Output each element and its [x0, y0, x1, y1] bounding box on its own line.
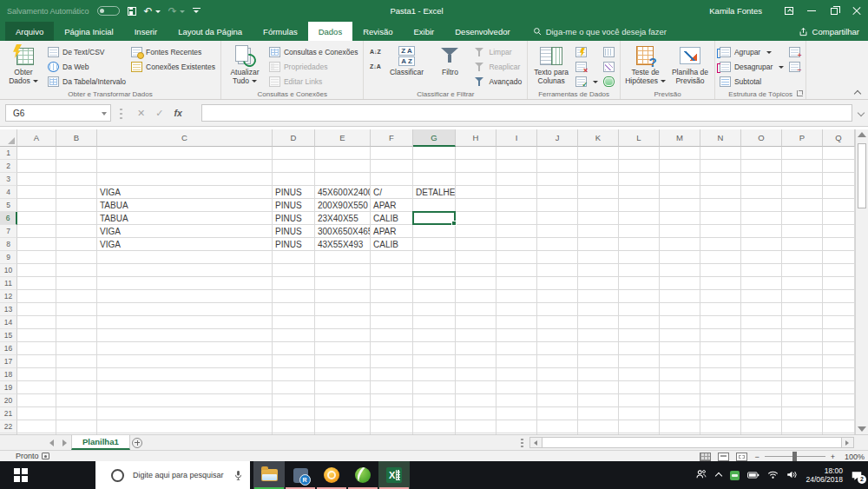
- cell-h13[interactable]: [456, 303, 496, 316]
- normal-view-button[interactable]: [700, 453, 711, 461]
- ribbon-button-obter-dados[interactable]: ObterDados: [4, 43, 43, 85]
- ribbon-button-avancado[interactable]: Avançado: [474, 75, 522, 88]
- cell-a14[interactable]: [17, 316, 56, 329]
- cell-b20[interactable]: [56, 394, 97, 407]
- cell-a21[interactable]: [17, 407, 56, 420]
- cell-q11[interactable]: [823, 277, 855, 290]
- cell-h7[interactable]: [456, 225, 496, 238]
- cell-i6[interactable]: [496, 212, 537, 225]
- ribbon-button-hide-detail[interactable]: [789, 60, 800, 73]
- cell-m4[interactable]: [660, 186, 700, 199]
- cell-l8[interactable]: [619, 238, 660, 251]
- redo-button[interactable]: ↷: [168, 6, 185, 17]
- taskbar-search[interactable]: Digite aqui para pesquisar: [95, 461, 250, 489]
- vertical-scrollbar[interactable]: [855, 129, 868, 434]
- cell-c3[interactable]: [97, 173, 273, 186]
- vertical-scroll-thumb[interactable]: [858, 143, 866, 208]
- scroll-down-icon[interactable]: [858, 426, 866, 432]
- wifi-icon[interactable]: [767, 467, 779, 483]
- cell-h12[interactable]: [456, 290, 496, 303]
- cell-e21[interactable]: [315, 407, 371, 420]
- cell-p17[interactable]: [782, 355, 823, 368]
- cell-j9[interactable]: [537, 251, 578, 264]
- zoom-slider-thumb[interactable]: [792, 452, 797, 461]
- cell-c12[interactable]: [97, 290, 273, 303]
- cell-b4[interactable]: [56, 186, 97, 199]
- cell-c22[interactable]: [97, 420, 273, 433]
- cell-d18[interactable]: [273, 368, 315, 381]
- cancel-button[interactable]: ✕: [137, 108, 145, 119]
- cell-e6[interactable]: 23X40X55: [315, 212, 371, 225]
- cell-k8[interactable]: [578, 238, 619, 251]
- formula-input[interactable]: [201, 104, 852, 122]
- row-header-2[interactable]: 2: [0, 160, 17, 173]
- cell-h16[interactable]: [456, 342, 496, 355]
- ribbon-button-relationships[interactable]: [603, 60, 615, 73]
- cell-j14[interactable]: [537, 316, 578, 329]
- cell-f6[interactable]: CALIB: [371, 212, 413, 225]
- cell-l19[interactable]: [619, 381, 660, 394]
- column-header-e[interactable]: E: [315, 129, 371, 147]
- cell-h1[interactable]: [456, 147, 496, 160]
- cell-p18[interactable]: [782, 368, 823, 381]
- cell-e13[interactable]: [315, 303, 371, 316]
- taskbar-clock[interactable]: 18:00 24/06/2018: [806, 466, 843, 484]
- cell-j15[interactable]: [537, 329, 578, 342]
- cell-q7[interactable]: [823, 225, 855, 238]
- cell-m20[interactable]: [660, 394, 700, 407]
- cell-g14[interactable]: [413, 316, 456, 329]
- cell-c13[interactable]: [97, 303, 273, 316]
- cell-k10[interactable]: [578, 264, 619, 277]
- restore-button[interactable]: [823, 0, 845, 22]
- row-header-16[interactable]: 16: [0, 342, 17, 355]
- cell-f10[interactable]: [371, 264, 413, 277]
- ribbon-button-atualizar-tudo[interactable]: AtualizarTudo: [226, 43, 264, 85]
- cell-q8[interactable]: [823, 238, 855, 251]
- cell-l1[interactable]: [619, 147, 660, 160]
- cell-n9[interactable]: [700, 251, 741, 264]
- cell-o20[interactable]: [741, 394, 782, 407]
- cell-c17[interactable]: [97, 355, 273, 368]
- cell-a11[interactable]: [17, 277, 56, 290]
- cell-f2[interactable]: [371, 160, 413, 173]
- cell-n7[interactable]: [700, 225, 741, 238]
- ribbon-display-options-button[interactable]: [778, 0, 800, 22]
- cell-h8[interactable]: [456, 238, 496, 251]
- cell-b16[interactable]: [56, 342, 97, 355]
- cell-f5[interactable]: APAR: [371, 199, 413, 212]
- cell-d20[interactable]: [273, 394, 315, 407]
- cell-g9[interactable]: [413, 251, 456, 264]
- cell-f21[interactable]: [371, 407, 413, 420]
- ribbon-button-classificar[interactable]: Classificar: [387, 43, 425, 76]
- column-header-p[interactable]: P: [782, 129, 823, 147]
- cell-g12[interactable]: [413, 290, 456, 303]
- name-box[interactable]: G6: [5, 104, 111, 122]
- cell-b8[interactable]: [56, 238, 97, 251]
- cell-c2[interactable]: [97, 160, 273, 173]
- previous-sheet-icon[interactable]: [49, 439, 54, 446]
- ribbon-button-planilha-de-previsao[interactable]: Planilha dePrevisão: [671, 43, 709, 85]
- cell-i10[interactable]: [496, 264, 537, 277]
- cell-e16[interactable]: [315, 342, 371, 355]
- row-header-21[interactable]: 21: [0, 407, 17, 420]
- cell-m11[interactable]: [660, 277, 700, 290]
- cell-h18[interactable]: [456, 368, 496, 381]
- cell-a22[interactable]: [17, 420, 56, 433]
- cell-g22[interactable]: [413, 420, 456, 433]
- cell-k13[interactable]: [578, 303, 619, 316]
- column-header-o[interactable]: O: [741, 129, 782, 147]
- cell-k18[interactable]: [578, 368, 619, 381]
- cell-e3[interactable]: [315, 173, 371, 186]
- cell-j8[interactable]: [537, 238, 578, 251]
- ribbon-button-filtro[interactable]: Filtro: [431, 43, 469, 76]
- hidden-icons-chevron[interactable]: [715, 472, 722, 479]
- cell-h3[interactable]: [456, 173, 496, 186]
- cell-a16[interactable]: [17, 342, 56, 355]
- cell-f1[interactable]: [371, 147, 413, 160]
- cell-q1[interactable]: [823, 147, 855, 160]
- cell-c4[interactable]: VIGA: [97, 186, 273, 199]
- page-break-view-button[interactable]: [736, 453, 747, 461]
- cell-o13[interactable]: [741, 303, 782, 316]
- cell-j20[interactable]: [537, 394, 578, 407]
- cell-l17[interactable]: [619, 355, 660, 368]
